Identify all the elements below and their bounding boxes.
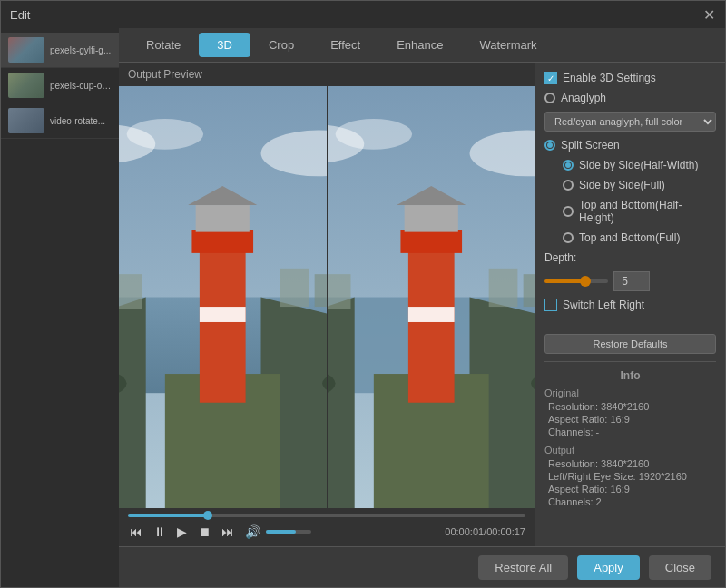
sidebar-item-3[interactable]: video-rotate... bbox=[1, 103, 119, 139]
playback-controls: ⏮ ⏸ ▶ ⏹ ⏭ 🔊 00:00:01/00:00:17 bbox=[119, 508, 535, 546]
time-display: 00:00:01/00:00:17 bbox=[445, 526, 525, 537]
action-bar: Restore All Apply Close bbox=[119, 546, 725, 587]
thumbnail-2 bbox=[8, 73, 44, 98]
sidebar-item-1[interactable]: pexels-gylfi-g... bbox=[1, 33, 119, 68]
preview-video bbox=[119, 86, 535, 508]
tab-enhance[interactable]: Enhance bbox=[378, 33, 461, 57]
svg-rect-31 bbox=[488, 269, 517, 307]
progress-bar[interactable] bbox=[128, 514, 525, 517]
progress-fill bbox=[128, 514, 208, 517]
tab-rotate[interactable]: Rotate bbox=[128, 33, 199, 57]
video-container bbox=[119, 86, 535, 508]
svg-rect-11 bbox=[196, 205, 250, 232]
title-bar: Edit ✕ bbox=[1, 1, 725, 28]
svg-rect-32 bbox=[523, 274, 535, 307]
progress-thumb bbox=[203, 511, 212, 520]
sidebar-label-3: video-rotate... bbox=[50, 116, 105, 126]
depth-input[interactable] bbox=[613, 271, 650, 291]
option-tb-full-radio[interactable] bbox=[563, 232, 574, 243]
content-split: Output Preview bbox=[119, 63, 725, 546]
tab-crop[interactable]: Crop bbox=[250, 33, 312, 57]
info-original-aspect: Aspect Ratio: 16:9 bbox=[544, 414, 716, 425]
option-side-full-radio[interactable] bbox=[563, 180, 574, 191]
info-output-label: Output bbox=[544, 445, 716, 456]
anaglyph-row: Anaglyph bbox=[544, 92, 716, 104]
svg-marker-23 bbox=[328, 298, 355, 509]
window-title: Edit bbox=[10, 8, 701, 22]
depth-control bbox=[544, 271, 716, 291]
option-tb-half-radio[interactable] bbox=[563, 206, 574, 217]
controls-row: ⏮ ⏸ ▶ ⏹ ⏭ 🔊 00:00:01/00:00:17 bbox=[128, 523, 525, 541]
split-screen-radio[interactable] bbox=[544, 140, 555, 151]
anaglyph-select[interactable]: Red/cyan anaglyph, full color bbox=[544, 112, 716, 132]
info-output-channels: Channels: 2 bbox=[544, 496, 716, 507]
center-area: Rotate 3D Crop Effect Enhance Watermark … bbox=[119, 28, 725, 587]
volume-container: 🔊 bbox=[243, 523, 311, 541]
svg-rect-27 bbox=[407, 307, 454, 322]
info-output-resolution: Resolution: 3840*2160 bbox=[544, 458, 716, 469]
tab-watermark[interactable]: Watermark bbox=[461, 33, 554, 57]
tab-bar: Rotate 3D Crop Effect Enhance Watermark bbox=[119, 28, 725, 63]
info-original-channels: Channels: - bbox=[544, 426, 716, 437]
thumbnail-1 bbox=[8, 37, 44, 63]
option-tb-full-row: Top and Bottom(Full) bbox=[563, 231, 716, 244]
volume-bar[interactable] bbox=[266, 530, 311, 534]
option-side-half-row: Side by Side(Half-Width) bbox=[563, 159, 716, 172]
settings-panel: ✓ Enable 3D Settings Anaglyph Red/cyan a… bbox=[535, 63, 725, 546]
main-content: pexels-gylfi-g... pexels-cup-of... video… bbox=[1, 28, 725, 587]
split-screen-label: Split Screen bbox=[561, 139, 620, 152]
svg-rect-29 bbox=[404, 205, 457, 232]
info-original: Original Resolution: 3840*2160 Aspect Ra… bbox=[544, 387, 716, 437]
divider-1 bbox=[544, 318, 716, 319]
restore-defaults-button[interactable]: Restore Defaults bbox=[544, 334, 716, 354]
svg-rect-28 bbox=[400, 230, 462, 253]
preview-label: Output Preview bbox=[119, 63, 535, 86]
volume-button[interactable]: 🔊 bbox=[243, 523, 262, 541]
progress-bar-container[interactable] bbox=[128, 514, 525, 517]
play-pause-button[interactable]: ⏸ bbox=[152, 523, 168, 541]
volume-fill bbox=[266, 530, 296, 534]
info-output-aspect: Aspect Ratio: 16:9 bbox=[544, 484, 716, 495]
stop-button[interactable]: ⏹ bbox=[196, 523, 212, 541]
svg-point-20 bbox=[335, 119, 412, 150]
play-button[interactable]: ▶ bbox=[175, 523, 189, 541]
close-button[interactable]: Close bbox=[649, 555, 711, 580]
video-right bbox=[328, 86, 535, 508]
svg-rect-10 bbox=[191, 230, 253, 253]
info-original-label: Original bbox=[544, 387, 716, 398]
switch-lr-row: Switch Left Right bbox=[544, 299, 716, 311]
enable-3d-label: Enable 3D Settings bbox=[563, 72, 656, 84]
depth-thumb bbox=[580, 276, 591, 287]
sidebar-item-2[interactable]: pexels-cup-of... bbox=[1, 68, 119, 103]
depth-slider[interactable] bbox=[544, 279, 608, 283]
skip-forward-button[interactable]: ⏭ bbox=[220, 523, 236, 541]
thumbnail-3 bbox=[8, 108, 44, 133]
window-close-button[interactable]: ✕ bbox=[701, 7, 716, 22]
video-left bbox=[119, 86, 328, 508]
info-section: Info Original Resolution: 3840*2160 Aspe… bbox=[544, 369, 716, 507]
split-screen-options: Side by Side(Half-Width) Side by Side(Fu… bbox=[544, 159, 716, 244]
svg-rect-9 bbox=[200, 307, 246, 322]
option-side-half-label: Side by Side(Half-Width) bbox=[579, 159, 698, 172]
edit-window: Edit ✕ pexels-gylfi-g... pexels-cup-of..… bbox=[0, 0, 726, 588]
svg-marker-5 bbox=[119, 298, 146, 509]
right-scene-svg bbox=[328, 86, 535, 508]
skip-back-button[interactable]: ⏮ bbox=[128, 523, 144, 541]
divider-2 bbox=[544, 361, 716, 362]
preview-area: Output Preview bbox=[119, 63, 535, 546]
switch-lr-checkbox[interactable] bbox=[544, 299, 557, 311]
switch-lr-label: Switch Left Right bbox=[563, 299, 644, 311]
sidebar-label-1: pexels-gylfi-g... bbox=[50, 45, 111, 55]
apply-button[interactable]: Apply bbox=[577, 555, 640, 580]
split-screen-row: Split Screen bbox=[544, 139, 716, 152]
info-title: Info bbox=[544, 369, 716, 382]
tab-3d[interactable]: 3D bbox=[199, 33, 250, 57]
option-tb-full-label: Top and Bottom(Full) bbox=[579, 231, 680, 244]
restore-all-button[interactable]: Restore All bbox=[478, 555, 568, 580]
tab-effect[interactable]: Effect bbox=[312, 33, 378, 57]
enable-3d-checkbox[interactable]: ✓ bbox=[544, 72, 557, 84]
option-side-half-radio[interactable] bbox=[563, 160, 574, 171]
anaglyph-radio[interactable] bbox=[544, 93, 555, 103]
anaglyph-label: Anaglyph bbox=[561, 92, 606, 104]
svg-rect-33 bbox=[328, 274, 350, 309]
